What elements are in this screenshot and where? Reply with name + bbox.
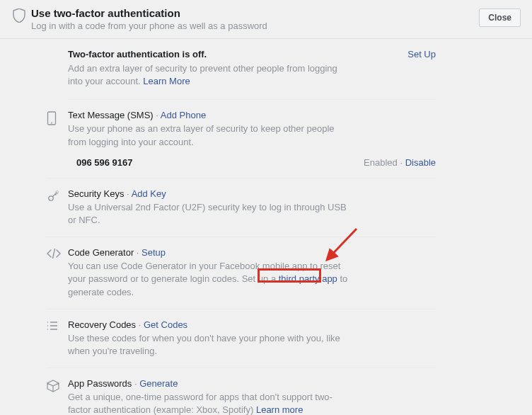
codegen-setup-link[interactable]: Setup	[141, 247, 166, 258]
setup-link[interactable]: Set Up	[407, 49, 436, 59]
recovery-section: Recovery Codes · Get Codes Use these cod…	[47, 309, 436, 368]
keys-section: Security Keys · Add Key Use a Universal …	[47, 178, 436, 237]
status-desc: Add an extra layer of security to preven…	[68, 62, 351, 88]
get-codes-link[interactable]: Get Codes	[144, 319, 187, 330]
apppw-title: App Passwords	[68, 378, 132, 389]
code-icon	[47, 247, 68, 299]
sms-section: Text Message (SMS) · Add Phone Use your …	[47, 100, 436, 178]
annotation-arrow-icon	[321, 223, 364, 266]
apppw-section: App Passwords · Generate Get a unique, o…	[47, 368, 436, 415]
sms-title: Text Message (SMS)	[68, 110, 154, 120]
phone-icon	[47, 110, 68, 167]
apppw-desc: Get a unique, one-time password for apps…	[68, 391, 351, 415]
page-header: Use two-factor authentication Log in wit…	[0, 0, 532, 39]
status-title: Two-factor authentication is off.	[68, 49, 207, 59]
sms-desc: Use your phone as an extra layer of secu…	[68, 123, 351, 148]
apppw-learn-more-link[interactable]: Learn more	[256, 404, 303, 415]
key-icon	[47, 188, 68, 227]
list-icon	[47, 319, 68, 358]
shield-icon	[13, 7, 31, 23]
generate-link[interactable]: Generate	[139, 378, 178, 389]
svg-point-1	[51, 123, 52, 124]
learn-more-link[interactable]: Learn More	[143, 76, 190, 86]
status-block: Two-factor authentication is off. Set Up…	[68, 49, 436, 100]
close-button[interactable]: Close	[479, 8, 521, 27]
codegen-section: Code Generator · Setup You can use Code …	[47, 237, 436, 309]
highlight-box	[258, 268, 321, 283]
keys-desc: Use a Universal 2nd Factor (U2F) securit…	[68, 201, 351, 227]
box-icon	[47, 378, 68, 415]
page-title: Use two-factor authentication	[31, 7, 479, 19]
phone-number: 096 596 9167	[76, 157, 133, 168]
page-subtitle: Log in with a code from your phone as we…	[31, 21, 479, 31]
recovery-desc: Use these codes for when you don't have …	[68, 332, 351, 358]
keys-title: Security Keys	[68, 188, 124, 199]
svg-line-4	[327, 229, 357, 260]
add-key-link[interactable]: Add Key	[132, 188, 166, 199]
codegen-title: Code Generator	[68, 247, 134, 258]
add-phone-link[interactable]: Add Phone	[161, 110, 206, 120]
enabled-label: Enabled	[364, 157, 398, 168]
svg-point-2	[49, 196, 53, 200]
disable-link[interactable]: Disable	[405, 157, 436, 168]
recovery-title: Recovery Codes	[68, 319, 136, 330]
